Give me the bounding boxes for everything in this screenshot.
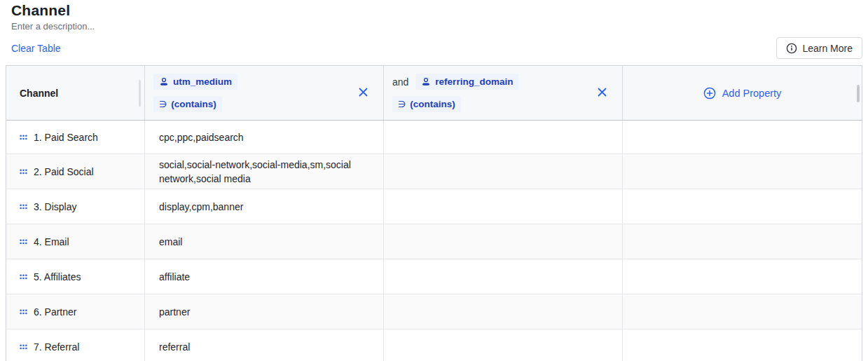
referring-domain-cell[interactable] [384, 259, 623, 294]
and-prefix-label: and [392, 76, 408, 88]
channel-column-header-label: Channel [20, 88, 58, 99]
channel-name-label: 3. Display [34, 201, 76, 212]
channel-name-label: 5. Affiliates [34, 271, 81, 282]
property-chip-referring-domain[interactable]: referring_domain [415, 74, 518, 90]
channel-name-label: 4. Email [34, 236, 69, 247]
empty-cell [623, 294, 862, 329]
utm-medium-cell[interactable]: cpc,ppc,paidsearch [145, 121, 384, 154]
page-header: Channel Enter a description... [0, 0, 868, 32]
empty-cell [623, 189, 862, 224]
utm-medium-cell[interactable]: email [145, 224, 384, 259]
channel-table: Channel utm_medium [6, 65, 862, 361]
utm-medium-cell[interactable]: partner [145, 294, 384, 329]
operator-line: ∋ (contains) [153, 96, 351, 112]
plus-circle-icon [703, 87, 716, 100]
referring-domain-cell[interactable] [384, 189, 623, 224]
channel-name-label: 1. Paid Search [34, 132, 98, 143]
property-chip-label: referring_domain [435, 76, 513, 88]
channel-cell[interactable]: 7. Referral [6, 329, 145, 361]
channel-cell[interactable]: 1. Paid Search [6, 121, 145, 154]
drag-handle-icon[interactable] [20, 309, 27, 315]
referring-domain-cell[interactable] [384, 121, 623, 154]
drag-handle-icon[interactable] [20, 239, 27, 245]
drag-handle-icon[interactable] [20, 204, 27, 210]
info-icon [786, 43, 797, 54]
channel-cell[interactable]: 3. Display [6, 189, 145, 224]
referring-domain-cell[interactable] [384, 224, 623, 259]
remove-property-button-utm-medium[interactable] [357, 87, 369, 100]
utm-medium-cell[interactable]: social,social-network,social-media,sm,so… [145, 154, 384, 189]
empty-cell [623, 121, 862, 154]
contains-icon: ∋ [398, 98, 406, 110]
vertical-scrollbar-thumb[interactable] [857, 85, 860, 102]
table-row: 4. Email email [6, 224, 862, 259]
channel-name-label: 7. Referral [34, 341, 79, 353]
table-row: 2. Paid Social social,social-network,soc… [6, 154, 862, 189]
remove-property-button-referring-domain[interactable] [595, 87, 608, 100]
empty-cell [623, 259, 862, 294]
drag-handle-icon[interactable] [20, 274, 27, 280]
operator-chip-contains[interactable]: ∋ (contains) [153, 96, 222, 112]
add-property-column-header: Add Property [623, 66, 862, 120]
property-column-header-referring-domain: and referring_domain ∋ [384, 66, 623, 120]
utm-medium-cell[interactable]: display,cpm,banner [145, 189, 384, 224]
empty-cell [623, 224, 862, 259]
operator-chip-contains[interactable]: ∋ (contains) [392, 96, 461, 112]
operator-chip-label: (contains) [171, 98, 216, 110]
channel-classifier-page: Channel Enter a description... Clear Tab… [0, 0, 868, 361]
operator-line: ∋ (contains) [392, 96, 590, 112]
drag-handle-icon[interactable] [20, 169, 27, 175]
table-row: 5. Affiliates affiliate [6, 259, 862, 294]
learn-more-button[interactable]: Learn More [776, 37, 862, 59]
table-header-row: Channel utm_medium [6, 66, 862, 121]
channel-name-label: 6. Partner [34, 306, 76, 318]
referring-domain-cell[interactable] [384, 294, 623, 329]
clear-table-button[interactable]: Clear Table [11, 43, 61, 54]
close-icon [598, 88, 607, 99]
toolbar: Clear Table Learn More [0, 37, 868, 59]
property-chip-utm-medium[interactable]: utm_medium [153, 74, 237, 90]
column-resize-handle[interactable] [139, 80, 141, 107]
channel-column-header: Channel [6, 66, 145, 120]
property-chip-label: utm_medium [173, 76, 232, 88]
drag-handle-icon[interactable] [20, 344, 27, 350]
user-property-icon [421, 77, 431, 87]
page-title: Channel [11, 1, 857, 19]
table-row: 6. Partner partner [6, 294, 862, 329]
channel-cell[interactable]: 2. Paid Social [6, 154, 145, 189]
table-row: 3. Display display,cpm,banner [6, 189, 862, 224]
add-property-button[interactable]: Add Property [703, 87, 782, 100]
table-row: 7. Referral referral [6, 329, 862, 361]
channel-cell[interactable]: 4. Email [6, 224, 145, 259]
description-input[interactable]: Enter a description... [11, 21, 857, 32]
property-name-line: and referring_domain [392, 74, 590, 90]
add-property-label: Add Property [722, 88, 782, 99]
empty-cell [623, 154, 862, 189]
drag-handle-icon[interactable] [20, 135, 27, 140]
empty-cell [623, 329, 862, 361]
property-column-header-utm-medium: utm_medium ∋ (contains) [145, 66, 384, 120]
learn-more-label: Learn More [802, 43, 853, 54]
user-property-icon [159, 77, 169, 87]
channel-name-label: 2. Paid Social [34, 166, 94, 177]
channel-cell[interactable]: 5. Affiliates [6, 259, 145, 294]
operator-chip-label: (contains) [410, 98, 455, 110]
table-body: 1. Paid Search cpc,ppc,paidsearch 2. Pai… [6, 121, 862, 361]
property-name-line: utm_medium [153, 74, 351, 90]
close-icon [359, 88, 368, 99]
table-row: 1. Paid Search cpc,ppc,paidsearch [6, 121, 862, 154]
referring-domain-cell[interactable] [384, 154, 623, 189]
channel-cell[interactable]: 6. Partner [6, 294, 145, 329]
referring-domain-cell[interactable] [384, 329, 623, 361]
contains-icon: ∋ [159, 98, 167, 110]
utm-medium-cell[interactable]: referral [145, 329, 384, 361]
utm-medium-cell[interactable]: affiliate [145, 259, 384, 294]
